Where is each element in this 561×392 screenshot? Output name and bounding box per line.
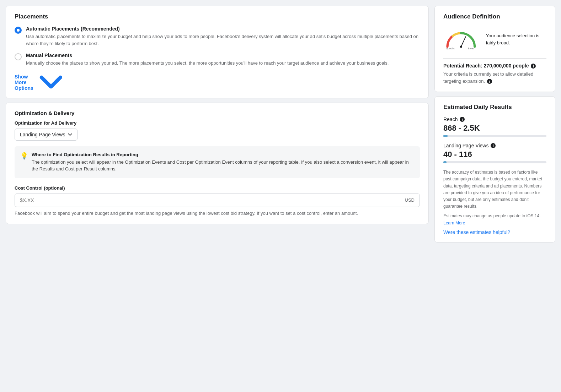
optimization-title: Optimization & Delivery xyxy=(15,110,420,116)
show-more-options-link[interactable]: Show More Options xyxy=(15,74,63,91)
lightbulb-icon: 💡 xyxy=(20,152,28,173)
cost-control-label: Cost Control (optional) xyxy=(15,185,420,191)
landing-views-metric-label: Landing Page Views i xyxy=(443,143,546,148)
estimated-results-title: Estimated Daily Results xyxy=(443,104,546,111)
cost-hint: Facebook will aim to spend your entire b… xyxy=(15,210,420,217)
cost-currency: USD xyxy=(405,197,415,203)
potential-reach: Potential Reach: 270,000,000 people i xyxy=(443,63,546,69)
placements-title: Placements xyxy=(15,13,420,20)
estimates-disclaimer: The accuracy of estimates is based on fa… xyxy=(443,169,546,210)
svg-line-0 xyxy=(461,37,466,47)
manual-placements-label: Manual Placements xyxy=(26,53,389,58)
audience-definition-card: Audience Definition Specific xyxy=(434,6,555,92)
reach-progress-fill xyxy=(443,135,448,137)
landing-views-metric-value: 40 - 116 xyxy=(443,150,546,159)
automatic-placements-desc: Use automatic placements to maximize you… xyxy=(26,33,420,47)
learn-more-link[interactable]: Learn More xyxy=(443,220,465,225)
landing-views-info-icon[interactable]: i xyxy=(491,143,496,148)
audience-gauge: Specific Broad xyxy=(443,26,479,53)
manual-placements-desc: Manually choose the places to show your … xyxy=(26,60,389,67)
automatic-placements-radio[interactable] xyxy=(15,27,22,34)
reach-metric-value: 868 - 2.5K xyxy=(443,124,546,133)
svg-text:Broad: Broad xyxy=(468,47,475,50)
svg-text:Specific: Specific xyxy=(446,47,455,50)
potential-reach-info-icon[interactable]: i xyxy=(531,64,536,69)
reach-progress-bar xyxy=(443,135,546,137)
automatic-placements-option[interactable]: Automatic Placements (Recommended) Use a… xyxy=(15,26,420,47)
divider xyxy=(443,58,546,59)
manual-placements-option[interactable]: Manual Placements Manually choose the pl… xyxy=(15,53,420,67)
helpful-estimates-link[interactable]: Were these estimates helpful? xyxy=(443,229,510,235)
reach-info-icon[interactable]: i xyxy=(460,117,465,122)
chevron-down-icon xyxy=(39,75,63,89)
helpful-link-wrapper: Were these estimates helpful? xyxy=(443,229,546,235)
info-box-title: Where to Find Optimization Results in Re… xyxy=(32,152,414,157)
cost-input-wrapper[interactable]: USD xyxy=(15,194,420,207)
dropdown-arrow-icon xyxy=(68,132,72,137)
placements-card: Placements Automatic Placements (Recomme… xyxy=(6,6,429,98)
landing-views-progress-bar xyxy=(443,161,546,163)
info-box-text: The optimization you select will appear … xyxy=(32,159,414,173)
gauge-description: Your audience selection is fairly broad. xyxy=(486,32,546,46)
optimization-info-box: 💡 Where to Find Optimization Results in … xyxy=(15,146,420,178)
manual-placements-radio[interactable] xyxy=(15,53,22,60)
optimization-delivery-card: Optimization & Delivery Optimization for… xyxy=(6,103,429,224)
automatic-placements-label: Automatic Placements (Recommended) xyxy=(26,26,420,32)
reach-metric-label: Reach i xyxy=(443,116,546,122)
landing-views-progress-fill xyxy=(443,161,447,163)
ad-delivery-label: Optimization for Ad Delivery xyxy=(15,120,420,126)
reach-desc-info-icon[interactable]: i xyxy=(487,79,492,84)
audience-definition-title: Audience Definition xyxy=(443,13,546,20)
cost-control-input[interactable] xyxy=(20,197,405,203)
audience-gauge-section: Specific Broad Your audience selection i… xyxy=(443,26,546,53)
ad-delivery-dropdown[interactable]: Landing Page Views xyxy=(15,129,78,141)
svg-point-1 xyxy=(460,46,462,48)
reach-desc: Your criteria is currently set to allow … xyxy=(443,71,546,85)
estimated-daily-results-card: Estimated Daily Results Reach i 868 - 2.… xyxy=(434,96,555,243)
ios-note: Estimates may change as people update to… xyxy=(443,213,546,226)
